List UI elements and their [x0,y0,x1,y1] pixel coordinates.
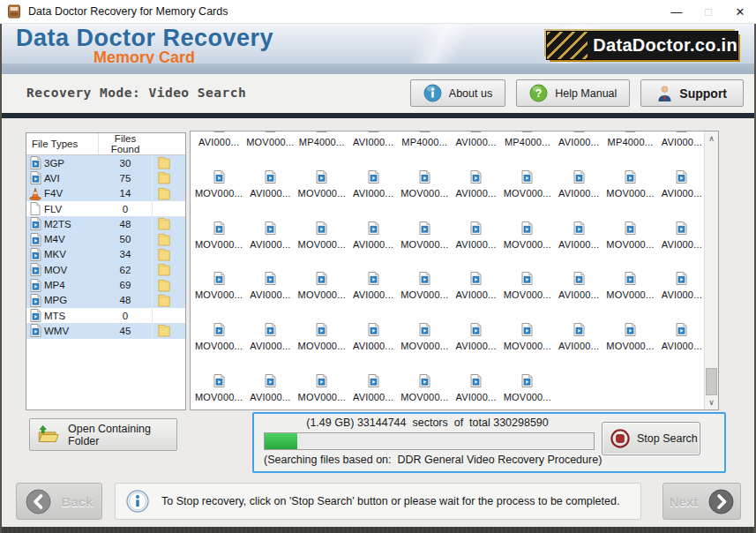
recovered-file-item[interactable]: AVI000... [553,131,604,147]
recovered-file-name: MOV000... [195,289,243,300]
recovered-file-item[interactable]: MOV000... [399,272,450,300]
recovered-file-item[interactable]: AVI000... [450,374,501,402]
video-file-icon [419,221,430,235]
recovered-file-item[interactable]: MP4000... [604,131,655,147]
recovered-file-item[interactable]: MOV000... [502,272,553,300]
about-us-button[interactable]: About us [410,79,505,107]
recovered-file-item[interactable]: AVI000... [450,170,501,199]
recovered-file-item[interactable]: AVI000... [193,131,244,147]
file-type-row[interactable]: M4V 50 [26,231,185,246]
scrollbar[interactable]: ∧ ∨ [704,131,718,409]
file-type-row[interactable]: AVI 75 [26,170,185,185]
recovered-file-item[interactable]: MOV000... [296,272,348,300]
file-type-row[interactable]: FLV 0 [26,201,185,216]
file-type-row[interactable]: MPG 48 [26,293,185,308]
recovered-file-item[interactable]: MOV000... [399,170,450,199]
folder-cell[interactable] [152,186,185,201]
recovered-file-item[interactable]: AVI000... [450,131,501,147]
file-type-row[interactable]: MTS 0 [26,308,185,323]
recovered-file-item[interactable]: MOV000... [193,323,244,351]
file-type-row[interactable]: MOV 62 [26,262,185,277]
open-containing-folder-button[interactable]: Open Containing Folder [29,418,177,451]
scroll-down-icon[interactable]: ∨ [705,395,718,409]
recovered-file-item[interactable]: MP4000... [399,131,450,147]
recovered-file-item[interactable]: MOV000... [502,221,553,250]
help-manual-button[interactable]: ? Help Manual [516,79,630,107]
folder-cell[interactable] [152,277,185,292]
recovered-file-item[interactable]: AVI000... [348,323,399,351]
next-button[interactable]: Next [662,483,741,520]
recovered-file-item[interactable]: AVI000... [553,221,604,250]
stop-search-button[interactable]: Stop Search [602,422,700,455]
recovered-file-item[interactable]: MOV000... [604,323,655,351]
recovered-file-item[interactable]: MOV000... [399,323,450,351]
folder-cell[interactable] [152,262,185,277]
recovered-file-item[interactable]: AVI000... [553,272,604,300]
recovered-file-item[interactable]: MOV000... [604,170,655,199]
recovered-file-item[interactable]: MOV000... [193,170,244,199]
recovered-file-item[interactable]: MOV000... [296,221,348,250]
recovered-file-item[interactable]: AVI000... [244,170,296,199]
folder-cell[interactable] [152,170,185,185]
recovered-file-item[interactable]: AVI000... [244,374,296,402]
video-file-icon [573,131,585,132]
recovered-file-item[interactable]: MOV000... [193,272,244,300]
recovered-file-item[interactable]: MOV000... [502,374,553,402]
recovered-file-item[interactable]: AVI000... [553,323,604,351]
recovered-file-item[interactable]: MOV000... [604,221,655,250]
recovered-file-item[interactable]: MOV000... [193,221,244,250]
video-file-icon [265,272,276,289]
file-type-row[interactable]: WMV 45 [26,323,185,338]
recovered-file-item[interactable]: AVI000... [348,170,399,199]
recovered-file-item[interactable]: AVI000... [656,170,704,199]
recovered-file-item[interactable]: AVI000... [656,131,704,147]
recovered-file-item[interactable]: MOV000... [399,221,450,250]
recovered-file-item[interactable]: AVI000... [244,221,296,250]
recovered-file-item[interactable]: AVI000... [348,272,399,300]
back-button[interactable]: Back [16,483,102,520]
recovered-file-item[interactable]: MOV000... [296,170,348,199]
recovered-file-item[interactable]: MOV000... [296,323,348,351]
recovered-file-item[interactable]: AVI000... [656,221,704,250]
recovered-file-item[interactable]: MOV000... [502,323,553,351]
maximize-button[interactable]: □ [692,0,724,23]
close-button[interactable]: ✕ [724,0,756,23]
recovered-file-item[interactable]: AVI000... [348,221,399,250]
file-type-row[interactable]: 3GP 30 [26,155,185,170]
file-type-row[interactable]: MKV 34 [26,247,185,262]
recovered-file-item[interactable]: AVI000... [656,272,704,300]
recovered-file-item[interactable]: AVI000... [450,221,501,250]
folder-cell[interactable] [152,247,185,262]
recovered-file-item[interactable]: AVI000... [244,323,296,351]
recovered-file-item[interactable]: AVI000... [348,374,399,402]
folder-cell[interactable] [152,308,185,323]
video-file-icon [470,131,482,132]
minimize-button[interactable]: — [661,0,692,23]
folder-cell[interactable] [152,216,185,231]
recovered-file-item[interactable]: MP4000... [502,131,553,147]
recovered-file-item[interactable]: MOV000... [604,272,655,300]
folder-cell[interactable] [152,201,185,216]
support-button[interactable]: Support [640,79,744,107]
recovered-file-item[interactable]: AVI000... [450,323,501,351]
recovered-file-item[interactable]: AVI000... [656,323,704,351]
recovered-file-item[interactable]: AVI000... [244,272,296,300]
scrollbar-thumb[interactable] [706,368,717,395]
recovered-file-item[interactable]: MOV000... [193,374,244,402]
file-type-row[interactable]: F4V 14 [26,186,185,201]
folder-cell[interactable] [152,231,185,246]
recovered-file-item[interactable]: MOV000... [296,374,348,402]
folder-cell[interactable] [152,155,185,170]
recovered-file-item[interactable]: MP4000... [296,131,348,147]
recovered-file-item[interactable]: AVI000... [553,170,604,199]
scroll-up-icon[interactable]: ∧ [705,131,718,146]
recovered-file-item[interactable]: MOV000... [502,170,553,199]
folder-cell[interactable] [152,293,185,308]
recovered-file-item[interactable]: MOV000... [244,131,296,147]
recovered-file-item[interactable]: MOV000... [399,374,450,402]
file-type-row[interactable]: M2TS 48 [26,216,185,231]
recovered-file-item[interactable]: AVI000... [450,272,501,300]
recovered-file-item[interactable]: AVI000... [348,131,399,147]
folder-cell[interactable] [152,323,185,338]
file-type-row[interactable]: MP4 69 [26,277,185,292]
